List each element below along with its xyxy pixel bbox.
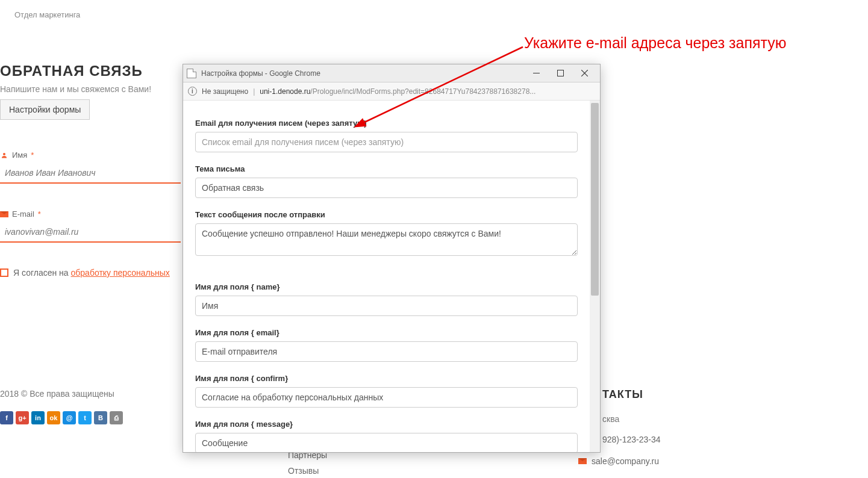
vkontakte-icon[interactable]: B (94, 411, 107, 424)
annotation-text: Укажите e-mail адреса через запятую (524, 34, 787, 52)
print-icon[interactable]: ⎙ (110, 411, 123, 424)
page-icon (187, 69, 196, 78)
url-text: uni-1.denode.ru/Prologue/incl/ModForms.p… (260, 87, 535, 96)
form-settings-button[interactable]: Настройки формы (0, 99, 90, 120)
name-field-wrapper: Имя * (0, 151, 181, 184)
linkedin-icon[interactable]: in (31, 411, 45, 424)
name-input[interactable] (0, 162, 181, 182)
footer-link-reviews[interactable]: Отзывы (288, 466, 327, 476)
name-field-config-group: Имя для поля { name} (195, 282, 578, 316)
moimir-icon[interactable]: @ (63, 411, 76, 424)
minimize-button[interactable] (524, 65, 548, 82)
scrollbar-track[interactable] (590, 101, 600, 452)
message-field-config-label: Имя для поля { message} (195, 420, 578, 429)
email-field-wrapper: E-mail * (0, 210, 181, 243)
insecure-label: Не защищено (202, 87, 248, 96)
url-path: /Prologue/incl/ModForms.php?edit=8268471… (310, 87, 535, 96)
email-field-config-input[interactable] (195, 341, 578, 362)
after-send-label: Текст сообщения после отправки (195, 210, 578, 219)
email-field-label: E-mail * (0, 210, 181, 221)
contacts-title-partial: ТАКТЫ (602, 388, 643, 401)
confirm-field-config-label: Имя для поля { confirm} (195, 374, 578, 383)
form-settings-area: Email для получения писем (через запятую… (183, 101, 590, 452)
required-asterisk: * (31, 151, 34, 160)
scrollbar-thumb[interactable] (591, 103, 599, 296)
name-label-text: Имя (12, 151, 27, 160)
consent-link[interactable]: обработку персональных (71, 268, 170, 278)
message-field-config-group: Имя для поля { message} (195, 420, 578, 452)
subject-group: Тема письма (195, 164, 578, 198)
separator: | (253, 87, 255, 96)
address-bar[interactable]: i Не защищено | uni-1.denode.ru/Prologue… (183, 82, 600, 101)
email-field-config-label: Имя для поля { email} (195, 328, 578, 337)
window-title: Настройка формы - Google Chrome (201, 69, 524, 78)
email-field-config-group: Имя для поля { email} (195, 328, 578, 362)
contacts-mail-row: sale@company.ru (578, 456, 659, 466)
recipient-email-label: Email для получения писем (через запятую… (195, 119, 578, 128)
contacts-city-partial: сква (602, 414, 619, 424)
close-button[interactable] (572, 65, 596, 82)
name-field-config-input[interactable] (195, 296, 578, 316)
svg-rect-2 (557, 70, 563, 76)
url-host: uni-1.denode.ru (260, 87, 310, 96)
dept-label: Отдел маркетинга (14, 10, 80, 19)
email-label-text: E-mail (12, 210, 34, 219)
message-field-config-input[interactable] (195, 433, 578, 452)
after-send-group: Текст сообщения после отправки (195, 210, 578, 258)
consent-row: Я согласен на обработку персональных (0, 268, 170, 278)
maximize-button[interactable] (548, 65, 572, 82)
subject-input[interactable] (195, 178, 578, 198)
contacts-mail-text: sale@company.ru (592, 456, 659, 466)
confirm-field-config-input[interactable] (195, 387, 578, 408)
recipient-email-input[interactable] (195, 132, 578, 152)
consent-checkbox[interactable] (0, 268, 8, 277)
subject-label: Тема письма (195, 164, 578, 173)
required-asterisk: * (38, 210, 41, 219)
chrome-popup-window: Настройка формы - Google Chrome i Не защ… (183, 64, 601, 453)
envelope-icon (578, 458, 587, 464)
name-field-label: Имя * (0, 151, 181, 162)
svg-point-0 (3, 153, 5, 155)
page-title: ОБРАТНАЯ СВЯЗЬ (0, 63, 143, 79)
info-icon[interactable]: i (188, 87, 197, 96)
window-titlebar[interactable]: Настройка формы - Google Chrome (183, 64, 600, 82)
google-plus-icon[interactable]: g+ (16, 411, 29, 424)
after-send-textarea[interactable] (195, 223, 578, 256)
envelope-icon (0, 210, 8, 219)
contacts-phone-partial: 928)-123-23-34 (602, 435, 661, 444)
page-subtitle: Напишите нам и мы свяжемся с Вами! (0, 84, 151, 94)
popup-body: Email для получения писем (через запятую… (183, 101, 600, 452)
user-icon (0, 151, 8, 160)
twitter-icon[interactable]: t (78, 411, 92, 424)
social-icons: f g+ in ok @ t B ⎙ (0, 411, 123, 424)
odnoklassniki-icon[interactable]: ok (47, 411, 60, 424)
confirm-field-config-group: Имя для поля { confirm} (195, 374, 578, 408)
email-input[interactable] (0, 221, 181, 241)
consent-prefix: Я согласен на (13, 268, 71, 278)
name-field-config-label: Имя для поля { name} (195, 282, 578, 291)
facebook-icon[interactable]: f (0, 411, 13, 424)
recipient-email-group: Email для получения писем (через запятую… (195, 119, 578, 152)
copyright-text: 2018 © Все права защищены (0, 389, 114, 399)
footer-links: Партнеры Отзывы (288, 450, 327, 478)
